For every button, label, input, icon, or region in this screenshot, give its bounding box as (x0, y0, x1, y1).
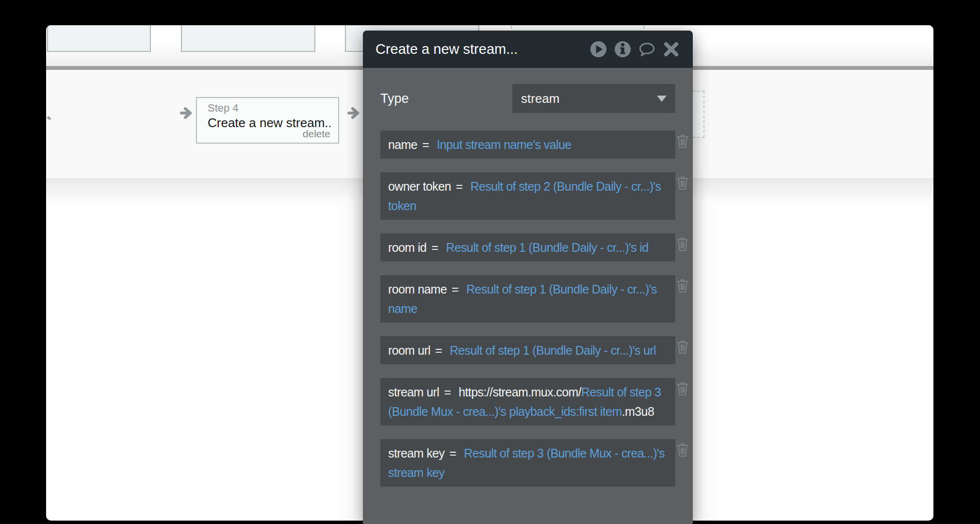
field-row[interactable]: stream url=https://stream.mux.com/Result… (380, 378, 675, 426)
dialog-header: Create a new stream... (363, 31, 693, 68)
step-number-label: Step 4 (208, 101, 330, 115)
field-row[interactable]: room name=Result of step 1 (Bundle Daily… (380, 275, 675, 323)
static-text: https://stream.mux.com/ (458, 385, 581, 399)
field-row[interactable]: room url=Result of step 1 (Bundle Daily … (380, 336, 675, 364)
dynamic-expression: Input stream name's value (437, 138, 571, 151)
type-dropdown[interactable]: stream (512, 84, 675, 113)
type-dropdown-value: stream (521, 91, 559, 106)
trash-icon[interactable] (676, 339, 689, 354)
chevron-down-icon (657, 96, 667, 102)
field-label: room id (388, 241, 426, 254)
static-text: .m3u8 (622, 405, 654, 418)
action-properties-dialog: Create a new stream... Type (363, 31, 693, 524)
close-icon[interactable] (662, 40, 680, 58)
field-row[interactable]: stream key=Result of step 3 (Bundle Mux … (380, 439, 675, 487)
trash-icon[interactable] (676, 175, 689, 190)
equals-sign: = (452, 282, 458, 296)
field-value: Result of step 1 (Bundle Daily - cr...)'… (450, 344, 656, 357)
equals-sign: = (422, 138, 429, 151)
field-row[interactable]: name=Input stream name's value (380, 131, 675, 159)
run-icon[interactable] (589, 40, 607, 58)
equals-sign: = (431, 241, 438, 254)
field-label: owner token (388, 180, 451, 193)
dialog-title: Create a new stream... (376, 41, 589, 57)
field-row[interactable]: owner token=Result of step 2 (Bundle Dai… (380, 172, 675, 220)
equals-sign: = (444, 385, 451, 399)
workflow-step-card-partial-2[interactable] (181, 25, 315, 52)
field-value: Input stream name's value (437, 138, 571, 151)
action-step-card[interactable]: Step 4 Create a new stream... delete (196, 97, 339, 144)
trash-icon[interactable] (676, 133, 689, 148)
workflow-step-card-partial-1[interactable] (47, 25, 151, 52)
field-label: room url (388, 344, 430, 357)
equals-sign: = (449, 446, 456, 460)
field-label: stream key (388, 446, 444, 460)
field-label: name (388, 138, 417, 151)
dialog-body: Type stream name=Input stream name's val… (363, 68, 693, 487)
field-row[interactable]: room id=Result of step 1 (Bundle Daily -… (380, 233, 675, 262)
trash-icon[interactable] (676, 278, 689, 293)
type-row: Type stream (380, 84, 675, 113)
dynamic-expression: Result of step 1 (Bundle Daily - cr...)'… (450, 344, 656, 357)
trash-icon[interactable] (676, 442, 689, 457)
field-label: room name (388, 282, 447, 296)
trash-icon[interactable] (676, 381, 689, 396)
delete-step-link[interactable]: delete (303, 128, 330, 140)
flow-arrow-icon (180, 106, 195, 120)
field-list: name=Input stream name's value owner tok… (380, 131, 675, 487)
type-label: Type (380, 91, 409, 106)
field-label: stream url (388, 385, 439, 399)
equals-sign: = (456, 180, 463, 193)
field-value: Result of step 1 (Bundle Daily - cr...)'… (446, 241, 648, 254)
trash-icon[interactable] (676, 236, 689, 251)
flow-arrow-icon (347, 106, 362, 120)
info-icon[interactable] (614, 40, 632, 58)
equals-sign: = (435, 344, 442, 357)
dynamic-expression: Result of step 1 (Bundle Daily - cr...)'… (446, 241, 648, 254)
dialog-header-actions (589, 40, 680, 58)
comment-icon[interactable] (638, 40, 656, 58)
